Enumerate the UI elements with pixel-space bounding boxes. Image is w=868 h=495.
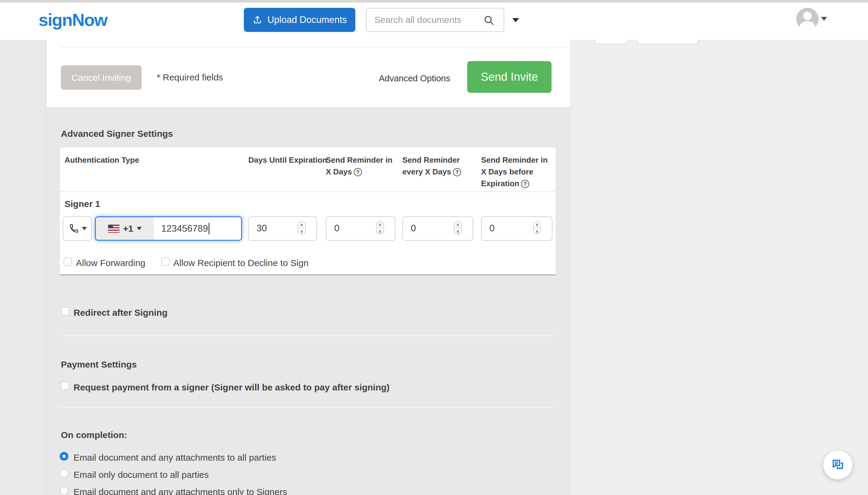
spin-down-icon[interactable]: ∨ — [455, 228, 461, 234]
divider — [60, 407, 556, 408]
stepper-value: 0 — [334, 223, 339, 234]
chevron-down-icon — [512, 18, 519, 22]
help-icon[interactable]: ? — [521, 180, 529, 188]
column-header-send-reminder-in-x-days: Send Reminder in X Days? — [326, 154, 397, 178]
help-icon[interactable]: ? — [453, 168, 461, 176]
required-fields-note: * Required fields — [157, 72, 223, 83]
send-reminder-every-x-days-stepper[interactable]: 0 ∧∨ — [402, 216, 473, 241]
days-until-expiration-stepper[interactable]: 30 ∧∨ — [248, 216, 317, 241]
signer-settings-table: Authentication Type Days Until Expiratio… — [60, 148, 556, 275]
flag-canton — [108, 225, 113, 228]
spin-down-icon[interactable]: ∨ — [299, 228, 305, 234]
spin-down-icon[interactable]: ∨ — [377, 228, 384, 234]
phone-number-value[interactable]: 123456789 — [154, 217, 209, 240]
completion-radio-all-parties-with-attachments[interactable] — [60, 452, 68, 461]
search-box — [366, 8, 504, 32]
advanced-signer-settings-section: Advanced Signer Settings Authentication … — [47, 107, 570, 495]
spin-down-icon[interactable]: ∨ — [534, 228, 540, 234]
user-avatar[interactable] — [796, 8, 819, 30]
invite-settings-card: Cancel Inviting * Required fields Advanc… — [47, 40, 570, 495]
redirect-after-signing-label[interactable]: Redirect after Signing — [73, 308, 168, 318]
completion-option-label[interactable]: Email only document to all parties — [73, 470, 209, 480]
upload-documents-button[interactable]: Upload Documents — [244, 8, 355, 32]
dial-code-label: +1 — [123, 224, 133, 234]
signnow-logo[interactable]: signNow — [38, 10, 107, 30]
advanced-options-link[interactable]: Advanced Options — [379, 73, 450, 83]
stepper-spinner[interactable]: ∧∨ — [533, 221, 541, 235]
avatar-shoulders-shape — [800, 21, 815, 30]
invite-action-bar: Cancel Inviting * Required fields Advanc… — [47, 40, 570, 107]
send-reminder-in-x-days-stepper[interactable]: 0 ∧∨ — [326, 216, 395, 241]
column-header-send-reminder-before-expiration: Send Reminder in X Days before Expiratio… — [481, 154, 554, 189]
allow-decline-checkbox[interactable] — [161, 257, 170, 266]
stepper-spinner[interactable]: ∧∨ — [454, 221, 462, 235]
text-cursor — [208, 223, 209, 234]
upload-documents-label: Upload Documents — [267, 15, 347, 25]
allow-forwarding-checkbox[interactable] — [64, 257, 72, 266]
phone-number-field[interactable]: +1 123456789 — [95, 216, 242, 241]
payment-settings-title: Payment Settings — [61, 359, 137, 370]
stepper-value: 0 — [490, 223, 495, 234]
support-chat-button[interactable] — [823, 450, 852, 479]
right-side-panel — [570, 40, 868, 495]
column-header-authentication-type: Authentication Type — [65, 154, 139, 166]
completion-option-label[interactable]: Email document and any attachments to al… — [73, 453, 276, 463]
spin-up-icon[interactable]: ∧ — [534, 222, 540, 228]
partial-button-left[interactable] — [594, 40, 628, 44]
browser-chrome-strip — [0, 0, 868, 2]
advanced-signer-settings-title: Advanced Signer Settings — [61, 129, 173, 139]
table-header-border — [60, 191, 556, 192]
chat-icon — [831, 458, 845, 472]
completion-radio-only-document[interactable] — [60, 469, 68, 478]
send-reminder-before-expiration-stepper[interactable]: 0 ∧∨ — [481, 216, 552, 241]
avatar-head-shape — [803, 12, 812, 20]
app-header: signNow Upload Documents — [0, 2, 868, 40]
divider — [60, 47, 567, 48]
column-header-days-until-expiration: Days Until Expiration — [248, 154, 327, 166]
spin-up-icon[interactable]: ∧ — [377, 222, 384, 228]
completion-option-label[interactable]: Email document and any attachments only … — [73, 487, 287, 495]
allow-decline-label[interactable]: Allow Recipient to Decline to Sign — [173, 258, 309, 268]
stepper-value: 0 — [411, 223, 416, 234]
stepper-value: 30 — [256, 223, 267, 234]
on-completion-title: On completion: — [61, 430, 127, 440]
stepper-spinner[interactable]: ∧∨ — [298, 221, 306, 235]
request-payment-checkbox[interactable] — [61, 382, 69, 390]
phone-icon — [68, 223, 79, 234]
search-input[interactable] — [374, 8, 480, 31]
chevron-down-icon — [82, 227, 87, 230]
search-icon[interactable] — [483, 15, 495, 26]
help-icon[interactable]: ? — [354, 168, 362, 176]
signer-1-label: Signer 1 — [65, 199, 100, 209]
redirect-after-signing-checkbox[interactable] — [61, 307, 69, 315]
chevron-down-icon — [821, 17, 827, 21]
spin-up-icon[interactable]: ∧ — [299, 222, 305, 228]
cancel-inviting-button[interactable]: Cancel Inviting — [61, 65, 142, 90]
divider — [60, 335, 556, 336]
column-header-send-reminder-every-x-days: Send Reminder every X Days? — [402, 154, 478, 178]
auth-type-dropdown[interactable] — [63, 216, 92, 241]
us-flag-icon — [108, 225, 119, 233]
upload-icon — [252, 15, 262, 25]
partial-button-right[interactable] — [636, 40, 699, 44]
signnow-invite-settings-page: signNow Upload Documents Cancel Inv — [0, 0, 868, 495]
request-payment-label[interactable]: Request payment from a signer (Signer wi… — [73, 382, 390, 393]
completion-radio-only-signers[interactable] — [60, 486, 68, 495]
chevron-down-icon — [137, 227, 142, 230]
account-menu-caret[interactable] — [821, 17, 827, 21]
search-scope-dropdown-caret[interactable] — [512, 18, 519, 22]
spin-up-icon[interactable]: ∧ — [455, 222, 461, 228]
country-code-dropdown[interactable]: +1 — [96, 217, 154, 240]
allow-forwarding-label[interactable]: Allow Forwarding — [76, 258, 145, 268]
stepper-spinner[interactable]: ∧∨ — [376, 221, 384, 235]
send-invite-button[interactable]: Send Invite — [467, 61, 551, 93]
radio-dot — [62, 455, 66, 458]
